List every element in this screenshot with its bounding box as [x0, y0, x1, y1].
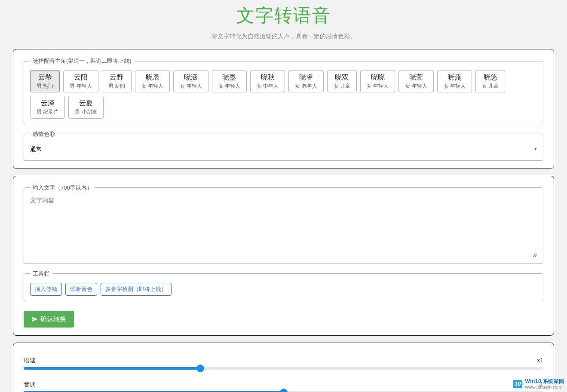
- voice-name: 晓晓: [367, 73, 389, 82]
- voice-sub: 女 儿童: [482, 83, 499, 90]
- voice-card[interactable]: 晓秋女 中年人: [250, 70, 285, 92]
- voice-card[interactable]: 晓燕女 年轻人: [437, 70, 472, 92]
- emotion-fieldset: 感情色彩 通常 ▾: [24, 130, 543, 161]
- speed-slider[interactable]: [24, 367, 543, 370]
- voice-sub: 男 新闻: [108, 83, 125, 90]
- voice-card[interactable]: 晓萱女 年轻人: [398, 70, 433, 92]
- page-title: 文字转语音: [13, 3, 554, 28]
- voice-sub: 男 纪录片: [37, 109, 58, 116]
- voice-name: 云泽: [37, 99, 58, 108]
- speed-label: 语速: [24, 357, 36, 364]
- voice-card[interactable]: 云夏男 小朋友: [68, 96, 103, 118]
- page-subtitle: 将文字转化为自然流畅的人声，具有一定的感情色彩。: [13, 33, 554, 40]
- voice-name: 晓双: [334, 73, 350, 82]
- toolbar-legend: 工具栏: [30, 270, 52, 278]
- emotion-select[interactable]: 通常: [30, 143, 534, 155]
- confirm-label: 确认转换: [40, 315, 66, 323]
- text-input[interactable]: [30, 197, 537, 257]
- voice-card[interactable]: 晓睿女 老年人: [288, 70, 323, 92]
- voice-sub: 女 老年人: [295, 83, 317, 90]
- voice-card[interactable]: 晓涵女 年轻人: [173, 70, 208, 92]
- voice-sub: 女 年轻人: [218, 83, 240, 90]
- voice-sub: 女 年轻人: [180, 83, 202, 90]
- voice-name: 云希: [37, 73, 53, 82]
- speed-slider-row: 语速 x1: [24, 357, 543, 370]
- watermark-url: www.qdhuajin.com: [525, 385, 561, 389]
- watermark: 10 Win10 系统家园 www.qdhuajin.com: [513, 379, 564, 389]
- voice-sub: 女 年轻人: [367, 83, 389, 90]
- voice-sub: 女 中年人: [257, 83, 279, 90]
- text-panel: 输入文字（700字以内） 工具栏 插入停顿 试听音色 多音字检测（即将上线） 确…: [13, 176, 554, 336]
- voice-legend: 选择配音主角(渠道一，渠道二即将上线): [30, 57, 134, 65]
- speed-fill: [24, 367, 200, 370]
- voice-sub: 男 年轻人: [70, 83, 92, 90]
- voice-card[interactable]: 晓辰女 年轻人: [135, 70, 170, 92]
- voice-sub: 男 小朋友: [75, 109, 97, 116]
- preview-voice-button[interactable]: 试听音色: [65, 283, 97, 296]
- voice-name: 晓涵: [180, 73, 202, 82]
- voice-name: 晓萱: [405, 73, 427, 82]
- toolbar-fieldset: 工具栏 插入停顿 试听音色 多音字检测（即将上线）: [24, 270, 543, 301]
- confirm-button[interactable]: 确认转换: [24, 311, 74, 328]
- voice-name: 云夏: [75, 99, 97, 108]
- text-legend: 输入文字（700字以内）: [30, 184, 95, 192]
- voice-name: 晓辰: [141, 73, 163, 82]
- voice-card[interactable]: 云泽男 纪录片: [30, 96, 65, 118]
- watermark-brand: Win10 系统家园: [525, 379, 564, 384]
- voice-grid: 云希男 热门云阳男 年轻人云野男 新闻晓辰女 年轻人晓涵女 年轻人晓墨女 年轻人…: [30, 70, 537, 119]
- text-fieldset: 输入文字（700字以内）: [24, 184, 543, 264]
- chevron-down-icon: ▾: [534, 146, 537, 152]
- voice-sub: 女 年轻人: [444, 83, 466, 90]
- voice-name: 晓悠: [482, 73, 499, 82]
- voice-sub: 男 热门: [37, 83, 53, 90]
- voice-sub: 女 儿童: [334, 83, 350, 90]
- paper-plane-icon: [31, 316, 38, 322]
- voice-card[interactable]: 晓悠女 儿童: [475, 70, 505, 92]
- voice-card[interactable]: 云希男 热门: [30, 70, 60, 92]
- pitch-label: 音调: [24, 381, 36, 389]
- pitch-slider-row: 音调 1: [24, 381, 543, 392]
- speed-thumb[interactable]: [196, 364, 204, 372]
- voice-card[interactable]: 云阳男 年轻人: [63, 70, 98, 92]
- voice-card[interactable]: 晓墨女 年轻人: [212, 70, 247, 92]
- emotion-legend: 感情色彩: [30, 130, 58, 138]
- slider-panel: 语速 x1 音调 1: [13, 343, 554, 392]
- voice-name: 云野: [108, 73, 125, 82]
- polyphone-button[interactable]: 多音字检测（即将上线）: [101, 283, 172, 296]
- voice-sub: 女 年轻人: [405, 83, 427, 90]
- voice-card[interactable]: 晓晓女 年轻人: [360, 70, 395, 92]
- watermark-badge-icon: 10: [513, 380, 522, 388]
- insert-pause-button[interactable]: 插入停顿: [30, 283, 62, 296]
- voice-sub: 女 年轻人: [141, 83, 163, 90]
- pitch-thumb[interactable]: [280, 389, 288, 392]
- speed-value: x1: [537, 357, 543, 364]
- voice-fieldset: 选择配音主角(渠道一，渠道二即将上线) 云希男 热门云阳男 年轻人云野男 新闻晓…: [24, 57, 543, 124]
- voice-name: 晓睿: [295, 73, 317, 82]
- voice-card[interactable]: 云野男 新闻: [102, 70, 132, 92]
- voice-panel: 选择配音主角(渠道一，渠道二即将上线) 云希男 热门云阳男 年轻人云野男 新闻晓…: [13, 49, 554, 169]
- voice-name: 晓燕: [444, 73, 466, 82]
- voice-name: 晓墨: [218, 73, 240, 82]
- voice-name: 晓秋: [257, 73, 279, 82]
- voice-card[interactable]: 晓双女 儿童: [327, 70, 357, 92]
- voice-name: 云阳: [70, 73, 92, 82]
